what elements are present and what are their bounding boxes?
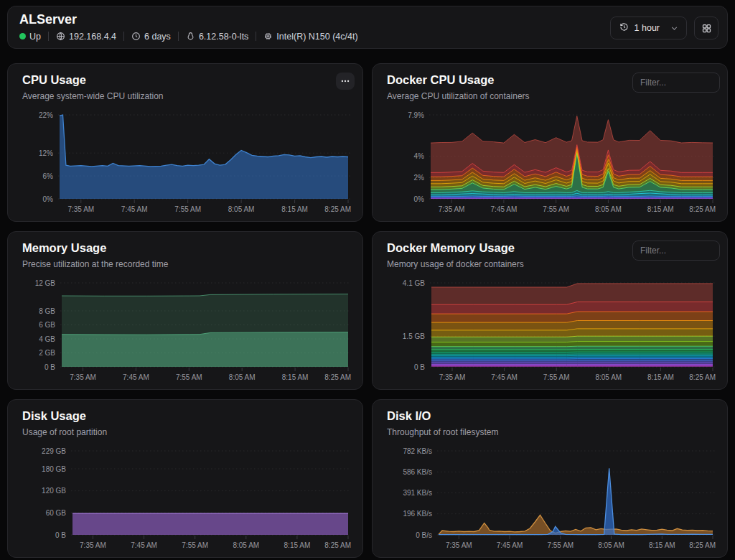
svg-text:7:35 AM: 7:35 AM bbox=[80, 541, 106, 549]
docker-cpu-usage-card: 7.9%4%2%0%7:35 AM7:45 AM7:55 AM8:05 AM8:… bbox=[372, 63, 728, 222]
ellipsis-icon bbox=[340, 76, 350, 86]
separator bbox=[178, 32, 179, 41]
card-title: CPU Usage bbox=[22, 73, 86, 87]
svg-text:8:05 AM: 8:05 AM bbox=[229, 373, 256, 381]
svg-text:60 GB: 60 GB bbox=[46, 509, 67, 517]
server-cpu-model: Intel(R) N150 (4c/4t) bbox=[263, 32, 357, 42]
server-kernel: 6.12.58-0-lts bbox=[186, 32, 248, 42]
svg-text:0%: 0% bbox=[414, 195, 425, 203]
server-header: ALServer Up 192.168.4.4 6 days 6.12.58-0… bbox=[7, 6, 728, 49]
svg-text:8:25 AM: 8:25 AM bbox=[324, 373, 351, 381]
svg-text:0 B: 0 B bbox=[414, 363, 425, 371]
svg-text:1.5 GB: 1.5 GB bbox=[403, 332, 425, 340]
svg-text:7:45 AM: 7:45 AM bbox=[491, 205, 518, 213]
svg-text:196 KB/s: 196 KB/s bbox=[403, 510, 432, 518]
svg-text:7:55 AM: 7:55 AM bbox=[543, 205, 569, 213]
card-title: Disk I/O bbox=[387, 409, 431, 423]
svg-text:6%: 6% bbox=[43, 172, 54, 180]
svg-text:7:45 AM: 7:45 AM bbox=[121, 205, 148, 213]
disk-usage-card: 229 GB180 GB120 GB60 GB0 B7:35 AM7:45 AM… bbox=[7, 399, 363, 558]
clock-icon bbox=[131, 32, 141, 41]
svg-text:180 GB: 180 GB bbox=[42, 465, 66, 473]
svg-text:8:05 AM: 8:05 AM bbox=[595, 373, 622, 381]
card-subtitle: Memory usage of docker containers bbox=[387, 259, 524, 269]
svg-text:7:35 AM: 7:35 AM bbox=[70, 373, 96, 381]
charts-grid: 22%12%6%0%7:35 AM7:45 AM7:55 AM8:05 AM8:… bbox=[7, 63, 728, 558]
svg-text:7:45 AM: 7:45 AM bbox=[131, 541, 157, 549]
disk-usage-chart[interactable]: 229 GB180 GB120 GB60 GB0 B7:35 AM7:45 AM… bbox=[8, 400, 363, 558]
card-subtitle: Throughput of root filesystem bbox=[387, 427, 498, 437]
svg-text:8:05 AM: 8:05 AM bbox=[233, 541, 259, 549]
svg-text:22%: 22% bbox=[39, 111, 53, 119]
card-title: Docker CPU Usage bbox=[387, 73, 494, 87]
svg-text:8:05 AM: 8:05 AM bbox=[598, 541, 624, 549]
svg-text:8:15 AM: 8:15 AM bbox=[281, 205, 308, 213]
more-options-button[interactable] bbox=[336, 73, 355, 90]
time-range-select[interactable]: 1 hour bbox=[610, 17, 687, 39]
svg-text:8:25 AM: 8:25 AM bbox=[689, 373, 716, 381]
cpu-usage-card: 22%12%6%0%7:35 AM7:45 AM7:55 AM8:05 AM8:… bbox=[7, 63, 363, 222]
svg-text:0 B/s: 0 B/s bbox=[416, 531, 432, 539]
cpu-model-label: Intel(R) N150 (4c/4t) bbox=[276, 32, 357, 42]
svg-text:7:35 AM: 7:35 AM bbox=[439, 205, 465, 213]
svg-text:8:15 AM: 8:15 AM bbox=[284, 541, 311, 549]
kernel-label: 6.12.58-0-lts bbox=[199, 32, 248, 42]
svg-text:120 GB: 120 GB bbox=[42, 487, 66, 495]
svg-text:4.1 GB: 4.1 GB bbox=[403, 279, 425, 287]
status: Up bbox=[19, 32, 41, 42]
card-title: Disk Usage bbox=[22, 409, 86, 423]
layout-grid-button[interactable] bbox=[694, 17, 718, 39]
card-subtitle: Usage of root partition bbox=[22, 427, 107, 437]
card-subtitle: Average CPU utilization of containers bbox=[387, 91, 530, 101]
svg-text:0 B: 0 B bbox=[55, 531, 66, 539]
svg-text:0%: 0% bbox=[43, 195, 54, 203]
svg-text:7:55 AM: 7:55 AM bbox=[547, 541, 574, 549]
docker-memory-filter-input[interactable] bbox=[632, 241, 720, 261]
card-title: Memory Usage bbox=[22, 241, 106, 255]
status-dot bbox=[19, 33, 26, 39]
svg-text:7:55 AM: 7:55 AM bbox=[174, 205, 201, 213]
svg-text:7:45 AM: 7:45 AM bbox=[123, 373, 149, 381]
card-subtitle: Precise utilization at the recorded time bbox=[22, 259, 168, 269]
docker-memory-usage-card: 4.1 GB1.5 GB0 B7:35 AM7:45 AM7:55 AM8:05… bbox=[372, 231, 728, 390]
svg-text:7:45 AM: 7:45 AM bbox=[491, 373, 518, 381]
globe-icon bbox=[56, 32, 65, 41]
svg-text:7:35 AM: 7:35 AM bbox=[439, 373, 466, 381]
disk-io-card: 782 KB/s586 KB/s391 KB/s196 KB/s0 B/s7:3… bbox=[372, 399, 728, 558]
chevron-down-icon bbox=[670, 24, 679, 33]
separator bbox=[48, 32, 49, 41]
svg-text:8:15 AM: 8:15 AM bbox=[282, 373, 309, 381]
svg-text:7:35 AM: 7:35 AM bbox=[67, 205, 94, 213]
svg-text:8:15 AM: 8:15 AM bbox=[649, 541, 675, 549]
memory-usage-chart[interactable]: 12 GB8 GB6 GB4 GB2 GB0 B7:35 AM7:45 AM7:… bbox=[8, 232, 363, 390]
uptime-label: 6 days bbox=[144, 32, 171, 42]
disk-io-chart[interactable]: 782 KB/s586 KB/s391 KB/s196 KB/s0 B/s7:3… bbox=[373, 400, 728, 558]
svg-text:8:25 AM: 8:25 AM bbox=[689, 541, 716, 549]
card-subtitle: Average system-wide CPU utilization bbox=[22, 91, 164, 101]
svg-text:8:15 AM: 8:15 AM bbox=[647, 373, 674, 381]
svg-text:8:05 AM: 8:05 AM bbox=[228, 205, 255, 213]
svg-text:8:15 AM: 8:15 AM bbox=[647, 205, 674, 213]
svg-text:8 GB: 8 GB bbox=[39, 307, 55, 315]
ip-label: 192.168.4.4 bbox=[69, 32, 116, 42]
memory-usage-card: 12 GB8 GB6 GB4 GB2 GB0 B7:35 AM7:45 AM7:… bbox=[7, 231, 363, 390]
header-controls: 1 hour bbox=[610, 17, 718, 39]
server-ip: 192.168.4.4 bbox=[56, 32, 116, 42]
svg-text:7:55 AM: 7:55 AM bbox=[182, 541, 208, 549]
svg-text:8:25 AM: 8:25 AM bbox=[324, 541, 351, 549]
svg-text:586 KB/s: 586 KB/s bbox=[403, 468, 432, 476]
svg-text:4%: 4% bbox=[414, 152, 425, 160]
cpu-usage-chart[interactable]: 22%12%6%0%7:35 AM7:45 AM7:55 AM8:05 AM8:… bbox=[8, 64, 363, 222]
svg-text:7.9%: 7.9% bbox=[408, 111, 424, 119]
svg-text:8:25 AM: 8:25 AM bbox=[324, 205, 351, 213]
svg-text:8:25 AM: 8:25 AM bbox=[689, 205, 716, 213]
history-icon bbox=[619, 22, 629, 34]
docker-cpu-filter-input[interactable] bbox=[632, 73, 720, 93]
svg-text:782 KB/s: 782 KB/s bbox=[403, 447, 432, 455]
separator bbox=[256, 32, 256, 41]
chip-icon bbox=[263, 32, 273, 41]
card-title: Docker Memory Usage bbox=[387, 241, 515, 255]
svg-text:6 GB: 6 GB bbox=[39, 321, 55, 329]
server-uptime: 6 days bbox=[131, 32, 171, 42]
svg-text:12 GB: 12 GB bbox=[35, 279, 56, 287]
